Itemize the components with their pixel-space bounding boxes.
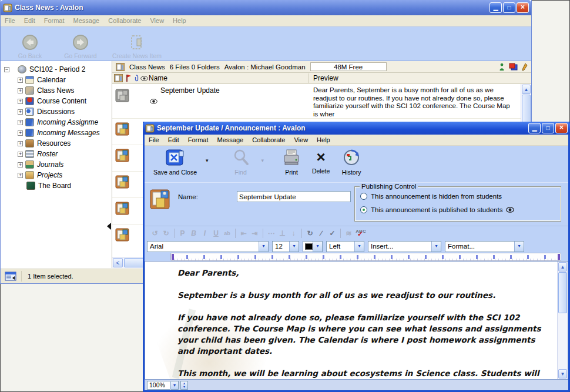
tree-root-sci102[interactable]: − SCI102 - Period 2 [1,64,112,75]
dropdown-arrow-icon[interactable]: ▾ [431,242,441,252]
close-button[interactable]: × [517,2,529,13]
menu-view[interactable]: View [150,17,164,24]
file-row-september-update[interactable]: September Update Dear Parents, September… [112,85,531,118]
tree-item-roster[interactable]: + Roster [1,149,112,159]
flag-column-icon[interactable] [126,75,132,82]
menu-help[interactable]: Help [317,136,330,143]
expand-box[interactable]: + [18,88,23,93]
menu-edit[interactable]: Edit [168,136,179,143]
collapse-box[interactable]: − [4,67,9,72]
find-button[interactable]: Find [224,148,258,176]
menu-format[interactable]: Format [188,136,209,143]
italic-icon[interactable]: I [199,229,210,237]
name-column-header[interactable]: Name [149,74,167,82]
case-icon[interactable]: ab [222,230,233,236]
who-is-online-icon[interactable] [499,63,505,71]
tree-item-projects[interactable]: + Projects [1,170,112,180]
tree-item-class-news[interactable]: + Class News [1,85,112,96]
save-options-caret[interactable]: ▾ [206,158,209,163]
go-forward-button[interactable]: Go Forward [57,29,104,59]
redo-icon[interactable]: ↻ [160,229,172,237]
print-button[interactable]: Print [278,148,305,176]
approve-check-icon[interactable]: ✓ [327,229,338,237]
minimize-button[interactable]: ▁ [528,123,541,133]
spacing-icon[interactable]: ⋯ [266,229,277,237]
move-down-icon[interactable]: ↓ [288,229,299,237]
save-and-close-button[interactable]: Save and Close [148,148,202,176]
history-button[interactable]: History [337,148,366,176]
expand-box[interactable]: + [18,130,23,136]
tree-item-discussions[interactable]: + Discussions [1,106,112,117]
back-titlebar[interactable]: Class News : Avalon ▁ □ × [1,0,531,15]
expand-box[interactable]: + [18,109,23,115]
split-view-icon[interactable] [5,272,16,281]
minimize-button[interactable]: ▁ [489,2,502,13]
go-back-button[interactable]: Go Back [6,29,53,59]
insert-dropdown[interactable]: Insert... ▾ [368,241,441,252]
bold-icon[interactable]: B [188,229,199,237]
right-margin-marker[interactable] [558,254,560,260]
tree-item-incoming-messages[interactable]: + Incoming Messages [1,128,112,138]
pane-splitter-arrow[interactable] [103,223,111,230]
menu-view[interactable]: View [294,136,308,143]
menu-format[interactable]: Format [44,17,65,24]
dropdown-arrow-icon[interactable]: ▾ [259,242,268,252]
find-options-caret[interactable]: ▾ [261,158,264,163]
expand-box[interactable]: + [18,78,23,83]
create-news-item-button[interactable]: Create News Item [108,29,166,59]
expand-box[interactable]: + [18,141,23,146]
dropdown-arrow-icon[interactable]: ▾ [313,242,322,252]
menu-file[interactable]: File [149,136,159,143]
dropdown-arrow-icon[interactable]: ▾ [354,242,364,252]
scroll-left-arrow[interactable]: < [113,258,123,267]
read-column-icon[interactable] [140,76,148,81]
baseline-icon[interactable]: ⊥ [277,229,288,237]
close-button[interactable]: × [555,123,568,133]
menu-collaborate[interactable]: Collaborate [108,17,141,24]
font-size-dropdown[interactable]: 12 ▾ [272,241,299,252]
expand-box[interactable]: + [18,162,23,167]
tree-item-course-content[interactable]: + Course Content [1,96,112,106]
zoom-dropdown-arrow[interactable]: ▾ [171,381,179,390]
menu-collaborate[interactable]: Collaborate [252,136,285,143]
maximize-button[interactable]: □ [503,2,515,13]
dropdown-arrow-icon[interactable]: ▾ [514,242,524,252]
expand-box[interactable]: + [18,152,23,157]
radio-published[interactable] [360,206,367,213]
menu-file[interactable]: File [5,17,15,24]
menu-message[interactable]: Message [73,17,100,24]
name-field[interactable] [237,191,351,202]
signature-icon[interactable]: ≋ [343,229,354,237]
pencil-icon[interactable] [522,63,528,71]
radio-hidden-option[interactable]: This announcement is hidden from student… [360,193,502,200]
tree-item-journals[interactable]: + Journals [1,159,112,170]
menu-message[interactable]: Message [217,136,244,143]
spellcheck-icon[interactable]: ABC ✓ [354,229,367,238]
font-color-dropdown[interactable]: ▾ [303,241,323,252]
maximize-button[interactable]: □ [542,123,554,133]
radio-hidden[interactable] [360,193,367,200]
menu-help[interactable]: Help [173,17,186,24]
expand-box[interactable]: + [18,173,23,178]
scroll-down-arrow[interactable]: ▼ [558,369,567,378]
zoom-spinner[interactable]: ▴ ▾ [180,381,188,390]
layers-icon[interactable] [509,63,518,71]
tree-item-incoming-assignments[interactable]: + Incoming Assignme [1,117,112,128]
revert-icon[interactable]: ↻ [304,229,316,237]
underline-icon[interactable]: U [210,229,222,237]
format-dropdown[interactable]: Format... ▾ [445,241,524,252]
delete-button[interactable]: × Delete [307,148,334,175]
message-body-editor[interactable]: Dear Parents, September is a busy month … [145,261,568,380]
preview-column-header[interactable]: Preview [313,74,338,82]
expand-box[interactable]: + [18,120,23,125]
radio-published-option[interactable]: This announcement is published to studen… [360,206,514,213]
tree-item-calendar[interactable]: + Calendar [1,75,112,85]
indent-icon[interactable]: ⇥ [249,229,260,237]
outdent-icon[interactable]: ⇤ [238,229,249,237]
pen-icon[interactable]: ∕ [316,229,327,237]
font-family-dropdown[interactable]: Arial ▾ [147,241,269,252]
scroll-up-arrow[interactable]: ▲ [522,85,531,94]
tree-item-the-board[interactable]: The Board [1,180,112,191]
tree-item-resources[interactable]: + Resources [1,138,112,149]
attachment-column-icon[interactable] [134,75,139,82]
